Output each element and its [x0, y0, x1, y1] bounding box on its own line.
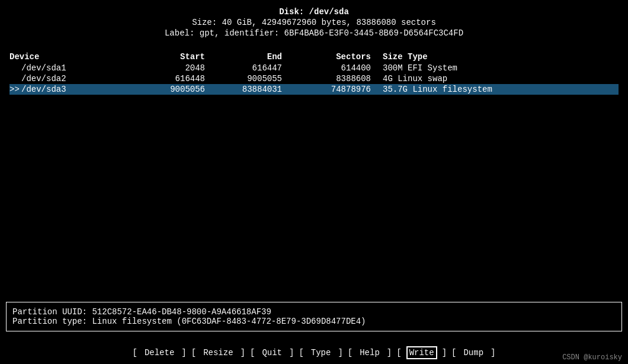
row2-device-name: /dev/sda2	[21, 74, 66, 83]
row2-device: /dev/sda2	[9, 74, 128, 83]
row1-sectors: 614400	[282, 63, 371, 73]
col-header-end: End	[205, 52, 282, 62]
table-row[interactable]: >> /dev/sda3 9005056 83884031 74878976 3…	[9, 84, 619, 95]
disk-label: Label: gpt, identifier: 6BF4BAB6-E3F0-34…	[0, 28, 628, 38]
header-section: Disk: /dev/sda Size: 40 GiB, 42949672960…	[0, 5, 628, 43]
row2-end: 9005055	[205, 74, 282, 83]
bracket14: ]	[491, 348, 495, 357]
row2-size-type: 4G Linux swap	[371, 74, 619, 83]
main-container: Disk: /dev/sda Size: 40 GiB, 42949672960…	[0, 0, 628, 364]
quit-button[interactable]: Quit	[259, 347, 284, 359]
bracket9: [	[348, 348, 353, 357]
help-button[interactable]: Help	[357, 347, 382, 359]
col-header-sectors: Sectors	[282, 52, 371, 62]
row1-end: 616447	[205, 63, 282, 73]
bracket13: [	[451, 348, 456, 357]
row3-sectors: 74878976	[282, 85, 371, 94]
partition-uuid: Partition UUID: 512C8572-EA46-DB48-9800-…	[12, 307, 616, 317]
bracket6: ]	[289, 348, 294, 357]
row3-size-type: 35.7G Linux filesystem	[371, 85, 619, 94]
resize-button[interactable]: Resize	[201, 347, 235, 359]
disk-title: Disk: /dev/sda	[0, 7, 628, 17]
dump-button[interactable]: Dump	[461, 347, 486, 359]
row2-start: 616448	[128, 74, 205, 83]
row3-device-name: /dev/sda3	[21, 85, 66, 94]
col-header-start: Start	[128, 52, 205, 62]
row1-start: 2048	[128, 63, 205, 73]
bracket3: [	[191, 348, 196, 357]
watermark: CSDN @kuroisky	[562, 353, 622, 362]
bracket8: ]	[338, 348, 342, 357]
bracket1: [	[133, 348, 137, 357]
table-row[interactable]: /dev/sda1 2048 616447 614400 300M EFI Sy…	[9, 63, 619, 73]
partition-type: Partition type: Linux filesystem (0FC63D…	[12, 317, 616, 326]
bracket5: [	[250, 348, 255, 357]
write-button[interactable]: Write	[406, 346, 437, 359]
col-header-device: Device	[9, 52, 128, 62]
type-button[interactable]: Type	[309, 347, 334, 359]
bracket10: ]	[387, 348, 392, 357]
bracket4: ]	[241, 348, 245, 357]
row1-device: /dev/sda1	[9, 63, 128, 73]
bracket2: ]	[181, 348, 186, 357]
table-header: Device Start End Sectors Size Type	[9, 52, 619, 62]
col-header-size-type: Size Type	[371, 52, 619, 62]
row1-device-name: /dev/sda1	[21, 63, 66, 73]
disk-size: Size: 40 GiB, 42949672960 bytes, 8388608…	[0, 18, 628, 27]
bracket7: [	[299, 348, 303, 357]
partition-info: Partition UUID: 512C8572-EA46-DB48-9800-…	[6, 302, 622, 331]
row3-device: >> /dev/sda3	[9, 85, 128, 94]
row1-size-type: 300M EFI System	[371, 63, 619, 73]
bracket11: [	[396, 348, 401, 357]
partition-table: Device Start End Sectors Size Type /dev/…	[0, 52, 628, 95]
row3-end: 83884031	[205, 85, 282, 94]
bracket12: ]	[442, 348, 447, 357]
table-row[interactable]: /dev/sda2 616448 9005055 8388608 4G Linu…	[9, 73, 619, 84]
footer-buttons: [ Delete ] [ Resize ] [ Quit ] [ Type ] …	[0, 346, 628, 359]
row2-sectors: 8388608	[282, 74, 371, 83]
delete-button[interactable]: Delete	[142, 347, 177, 359]
row3-prefix: >>	[9, 85, 21, 94]
row3-start: 9005056	[128, 85, 205, 94]
